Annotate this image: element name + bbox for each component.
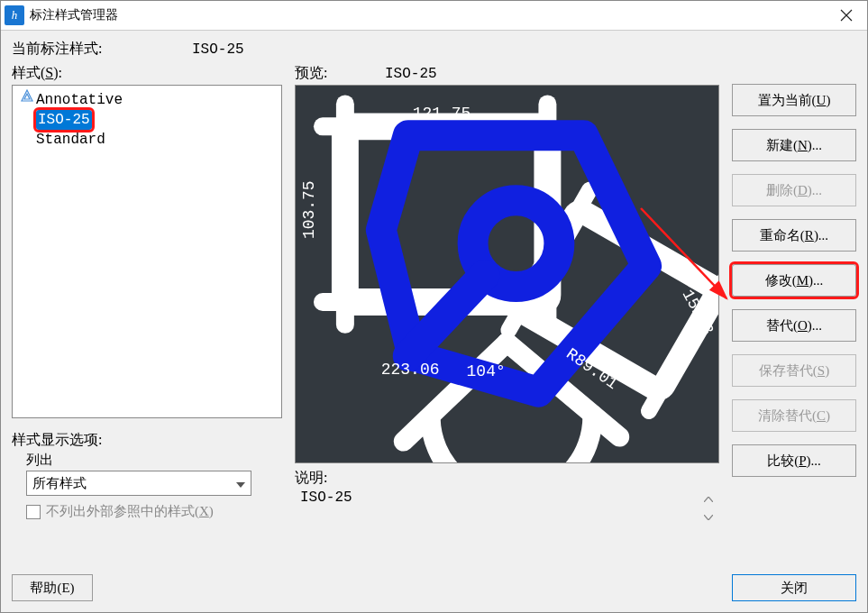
chevron-down-icon: [236, 476, 245, 491]
app-icon: h: [5, 5, 24, 25]
save-override-button: 保存替代(S): [732, 354, 856, 387]
set-current-button[interactable]: 置为当前(U): [732, 84, 856, 116]
description-spinner: [701, 493, 716, 524]
preview-svg: 121.75 103.75 104° 223.06 152.3 R89.01: [296, 86, 718, 462]
new-button[interactable]: 新建(N)...: [732, 129, 856, 161]
xref-checkbox-label: 不列出外部参照中的样式(X): [46, 503, 214, 520]
delete-button: 删除(D)...: [732, 174, 856, 206]
dialog-window: h 标注样式管理器 当前标注样式: ISO-25 样式(S):: [0, 0, 868, 613]
preview-style-name: ISO-25: [385, 66, 437, 82]
svg-line-11: [649, 391, 660, 411]
list-item[interactable]: Standard: [18, 130, 276, 150]
checkbox-icon[interactable]: [26, 505, 41, 519]
preview-label: 预览:: [295, 64, 385, 83]
left-column: 样式(S): Annotative ISO-25 Standard: [12, 64, 282, 565]
styles-label: 样式(S):: [12, 64, 282, 83]
current-style-value: ISO-25: [192, 41, 244, 58]
display-options-label: 样式显示选项:: [12, 431, 282, 450]
close-dialog-button[interactable]: 关闭: [732, 574, 856, 601]
preview-canvas: 121.75 103.75 104° 223.06 152.3 R89.01: [295, 85, 719, 463]
list-item-label: ISO-25: [36, 110, 92, 130]
description-box: ISO-25: [295, 488, 719, 533]
spin-up-icon[interactable]: [701, 493, 716, 506]
dialog-body: 当前标注样式: ISO-25 样式(S): Annotative: [1, 31, 867, 612]
select-value: 所有样式: [32, 475, 87, 492]
styles-listbox[interactable]: Annotative ISO-25 Standard: [12, 85, 282, 418]
display-options: 样式显示选项: 列出 所有样式 不列出外部参照中的样式(X): [12, 431, 282, 520]
svg-line-8: [579, 190, 589, 210]
svg-point-15: [612, 430, 626, 444]
svg-line-10: [508, 311, 519, 331]
current-style-row: 当前标注样式: ISO-25: [12, 40, 856, 59]
close-icon: [840, 9, 853, 22]
list-item-label: Standard: [36, 130, 105, 150]
middle-column: 预览: ISO-25: [295, 64, 719, 565]
override-button[interactable]: 替代(O)...: [732, 309, 856, 342]
current-style-label: 当前标注样式:: [12, 40, 192, 59]
clear-override-button: 清除替代(C): [732, 399, 856, 432]
list-item-label: Annotative: [36, 90, 123, 110]
dim-top: 121.75: [413, 105, 471, 123]
compare-button[interactable]: 比较(P)...: [732, 444, 856, 477]
spin-down-icon[interactable]: [701, 511, 716, 524]
styles-filter-select[interactable]: 所有样式: [26, 471, 251, 496]
window-title: 标注样式管理器: [30, 7, 826, 23]
description-value: ISO-25: [300, 489, 352, 506]
rename-button[interactable]: 重命名(R)...: [732, 219, 856, 252]
dim-angle: 104°: [467, 362, 506, 380]
modify-button[interactable]: 修改(M)...: [732, 264, 856, 297]
list-item[interactable]: ISO-25: [18, 110, 276, 130]
xref-checkbox-row[interactable]: 不列出外部参照中的样式(X): [26, 503, 282, 520]
preview-header: 预览: ISO-25: [295, 64, 719, 83]
footer: 帮助(E) 关闭: [12, 574, 856, 601]
close-button[interactable]: [826, 1, 867, 31]
right-column: 置为当前(U) 新建(N)... 删除(D)... 重命名(R)... 修改(M…: [732, 64, 856, 565]
description-label: 说明:: [295, 469, 719, 488]
list-label: 列出: [26, 452, 282, 469]
annotative-icon: [20, 89, 36, 110]
help-button[interactable]: 帮助(E): [12, 574, 93, 601]
dim-bottom: 223.06: [381, 361, 440, 379]
dim-left: 103.75: [300, 180, 318, 239]
titlebar: h 标注样式管理器: [1, 1, 867, 31]
list-item[interactable]: Annotative: [18, 89, 276, 110]
svg-point-14: [397, 435, 411, 449]
